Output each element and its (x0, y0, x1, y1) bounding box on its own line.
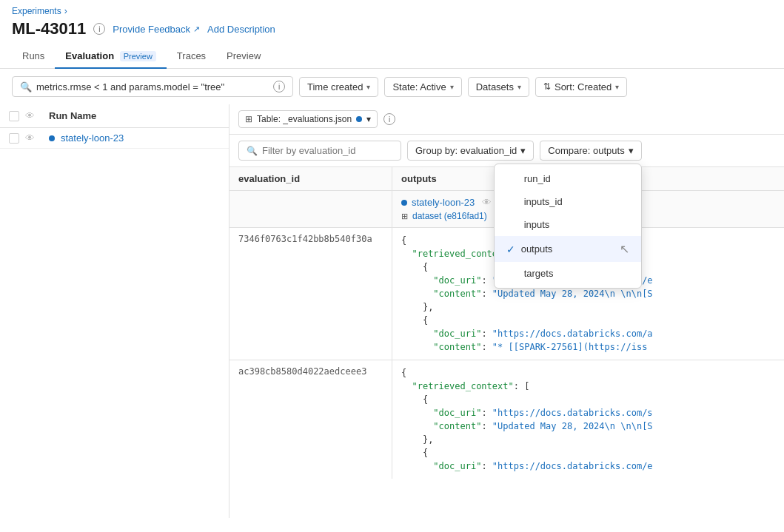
tab-evaluation[interactable]: Evaluation Preview (55, 44, 167, 69)
tab-traces-preview[interactable]: Preview (216, 44, 271, 69)
chevron-down-icon-5: ▾ (366, 114, 371, 124)
tab-traces[interactable]: Traces (167, 44, 216, 69)
run-link[interactable]: stately-loon-23 (412, 197, 475, 208)
toolbar: 🔍 i Time created ▾ State: Active ▾ Datas… (0, 69, 784, 104)
feedback-label: Provide Feedback (113, 24, 190, 35)
table-dot (356, 116, 362, 122)
check-mark-icon: ✓ (506, 243, 515, 255)
runs-header: 👁 Run Name (0, 104, 229, 128)
row-checkbox[interactable] (9, 133, 19, 144)
tabs-bar: Runs Evaluation Preview Traces Preview (0, 44, 784, 69)
filter-evaluation-id-input[interactable] (262, 145, 381, 156)
breadcrumb: Experiments › (0, 0, 784, 18)
dropdown-item-inputs_id[interactable]: inputs_id (495, 190, 641, 213)
table-db-icon: ⊞ (245, 114, 252, 124)
table-selector[interactable]: ⊞ Table: _evaluations.json ▾ (238, 110, 378, 128)
table-selector-label: Table: _evaluations.json (257, 114, 352, 124)
breadcrumb-separator: › (64, 6, 67, 16)
add-description-link[interactable]: Add Description (207, 24, 275, 35)
dataset-table-icon: ⊞ (401, 212, 408, 221)
sort-icon: ⇅ (543, 81, 551, 92)
table-row: ac398cb8580d4022aedceee3 { "retrieved_co… (229, 360, 784, 479)
json-output-2: { "retrieved_context": [ { "doc_uri": "h… (401, 366, 775, 473)
eval-panel: ⊞ Table: _evaluations.json ▾ i 🔍 Group b… (229, 104, 784, 518)
group-by-button[interactable]: Group by: evaluation_id ▾ (407, 141, 534, 161)
runs-panel: 👁 Run Name 👁 stately-loon-23 (0, 104, 229, 518)
header-checkbox[interactable] (9, 111, 19, 121)
chevron-down-icon-2: ▾ (450, 83, 454, 91)
search-info-icon[interactable]: i (273, 81, 285, 92)
compare-dropdown-menu: run_id inputs_id inputs ✓ outputs ↖ (494, 164, 642, 289)
time-created-button[interactable]: Time created ▾ (299, 77, 378, 97)
evaluation-preview-badge: Preview (120, 51, 156, 61)
eval-data-output-cell-2: { "retrieved_context": [ { "doc_uri": "h… (392, 360, 784, 479)
feedback-link[interactable]: Provide Feedback ↗ (113, 24, 200, 35)
chevron-down-icon-7: ▾ (629, 145, 634, 156)
dropdown-item-inputs[interactable]: inputs (495, 213, 641, 236)
state-active-button[interactable]: State: Active ▾ (384, 77, 461, 97)
dataset-link[interactable]: dataset (e816fad1) (412, 211, 487, 221)
page-title: ML-43011 (12, 19, 86, 38)
datasets-button[interactable]: Datasets ▾ (468, 77, 529, 97)
search-input[interactable] (36, 81, 269, 92)
run-dot-blue (401, 200, 407, 206)
run-name-link[interactable]: stately-loon-23 (61, 132, 124, 144)
eval-data-id-cell-2: ac398cb8580d4022aedceee3 (229, 360, 392, 479)
dropdown-item-targets[interactable]: targets (495, 262, 641, 285)
tab-runs[interactable]: Runs (12, 44, 55, 69)
search-icon: 🔍 (20, 81, 32, 92)
run-row: 👁 stately-loon-23 (0, 128, 229, 149)
run-name-col-header: Run Name (49, 110, 220, 121)
chevron-down-icon-3: ▾ (517, 83, 521, 91)
chevron-down-icon: ▾ (366, 83, 370, 91)
filter-input-box[interactable]: 🔍 (238, 141, 401, 161)
search-box[interactable]: 🔍 i (12, 76, 293, 97)
table-info-icon[interactable]: i (383, 113, 395, 125)
table-subheader: ⊞ Table: _evaluations.json ▾ i (229, 104, 784, 135)
eval-col-id-header: evaluation_id (229, 167, 392, 190)
main-layout: 👁 Run Name 👁 stately-loon-23 ⊞ Table: _e… (0, 104, 784, 518)
sort-button[interactable]: ⇅ Sort: Created ▾ (535, 77, 627, 97)
eye-icon-run[interactable]: 👁 (482, 197, 492, 208)
eval-row-id-cell (229, 191, 392, 227)
external-link-icon: ↗ (193, 24, 200, 34)
compare-button[interactable]: Compare: outputs ▾ (540, 141, 641, 161)
eval-data-id-cell-1: 7346f0763c1f42bb8b540f30a (229, 228, 392, 360)
compare-wrap: Compare: outputs ▾ run_id inputs_id (540, 141, 641, 161)
dropdown-item-run_id[interactable]: run_id (495, 167, 641, 190)
info-icon[interactable]: i (93, 23, 105, 35)
filter-search-icon: 🔍 (247, 146, 258, 156)
chevron-down-icon-4: ▾ (615, 83, 619, 91)
cursor-icon: ↖ (620, 242, 629, 256)
row-eye[interactable]: 👁 (25, 132, 43, 144)
page-header: ML-43011 i Provide Feedback ↗ Add Descri… (0, 18, 784, 44)
breadcrumb-experiments[interactable]: Experiments (12, 6, 61, 16)
dropdown-item-outputs[interactable]: ✓ outputs ↖ (495, 236, 641, 262)
run-dot (49, 135, 55, 141)
chevron-down-icon-6: ▾ (520, 145, 526, 156)
header-eye[interactable]: 👁 (25, 110, 43, 121)
filter-row: 🔍 Group by: evaluation_id ▾ Compare: out… (229, 135, 784, 167)
